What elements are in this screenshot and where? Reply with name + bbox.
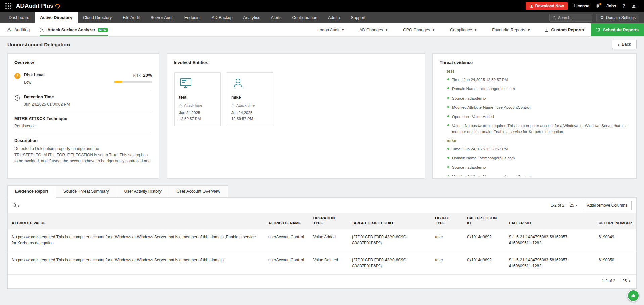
- nav-item-ad-backup[interactable]: AD Backup: [206, 12, 238, 23]
- involved-entities-panel: Involved Entities test ⚠ Attack time Jun…: [167, 53, 425, 179]
- computer-icon: [179, 77, 216, 91]
- page-header: Unconstrained Delegation ‹ Back: [0, 37, 644, 52]
- threat-fact: Domain Name : admanagerplus.com: [447, 86, 630, 92]
- notification-badge: [599, 3, 602, 5]
- schedule-reports-icon: [596, 28, 600, 32]
- attack-time-value: Jun 24,2025 12:59:57 PM: [179, 110, 208, 122]
- tab-auditing[interactable]: Auditing: [7, 23, 30, 36]
- download-icon: [530, 4, 533, 8]
- domain-settings-button[interactable]: ⚙ Domain Settings: [596, 14, 639, 22]
- assistant-chat-button[interactable]: [627, 290, 639, 302]
- menu-compliance[interactable]: Compliance ▼: [443, 23, 485, 36]
- user-icon: [231, 77, 268, 91]
- page-size-select[interactable]: 25 ▲: [622, 279, 631, 283]
- schedule-reports-button[interactable]: Schedule Reports: [591, 23, 644, 36]
- threat-group-name[interactable]: test: [442, 69, 630, 74]
- chevron-down-icon: ▼: [432, 28, 435, 32]
- tab-evidence-report[interactable]: Evidence Report: [7, 185, 56, 198]
- menu-favourite-reports[interactable]: Favourite Reports ▼: [485, 23, 538, 36]
- gear-icon: ⚙: [600, 15, 604, 20]
- nav-item-admin[interactable]: Admin: [323, 12, 345, 23]
- search-input[interactable]: [558, 16, 589, 20]
- chevron-down-icon: ▼: [527, 28, 531, 32]
- column-header-record-number[interactable]: RECORD NUMBER: [595, 213, 636, 229]
- back-button[interactable]: ‹ Back: [612, 40, 637, 49]
- pagination-range: 1-2 of 2: [551, 203, 564, 208]
- threat-group-mike: mike Time : Jun 24,2025 12:59:57 PM Doma…: [442, 138, 630, 176]
- nav-item-active-directory[interactable]: Active Directory: [35, 12, 78, 23]
- chevron-down-icon: ▼: [341, 28, 344, 32]
- nav-item-file-audit[interactable]: File Audit: [117, 12, 145, 23]
- page-size-select[interactable]: 25 ▾: [570, 203, 577, 208]
- risk-label: Risk: [133, 73, 140, 78]
- entity-name: mike: [231, 95, 268, 100]
- threat-fact: Value : No password is required,This is …: [447, 123, 630, 135]
- license-link[interactable]: License: [574, 4, 590, 8]
- custom-reports-button[interactable]: Custom Reports: [538, 23, 590, 36]
- nav-item-support[interactable]: Support: [345, 12, 371, 23]
- column-header-attribute-value[interactable]: ATTRIBUTE VALUE: [8, 213, 264, 229]
- notifications-bell-icon[interactable]: [595, 4, 600, 9]
- menu-logon-audit[interactable]: Logon Audit ▼: [310, 23, 352, 36]
- description-text: Detected a Delegation property change an…: [14, 146, 152, 164]
- tab-source-threat-summary[interactable]: Source Threat Summary: [56, 185, 117, 197]
- search-icon: [552, 16, 556, 20]
- nav-item-server-audit[interactable]: Server Audit: [145, 12, 179, 23]
- nav-item-dashboard[interactable]: Dashboard: [3, 12, 35, 23]
- risk-percent: 20%: [143, 73, 152, 78]
- cell-caller-logon-id: 0x1914a9892: [463, 252, 505, 274]
- threat-evidence-tree: test Time : Jun 24,2025 12:59:57 PM Doma…: [442, 69, 630, 176]
- attack-time-value: Jun 24,2025 12:59:57 PM: [231, 110, 260, 122]
- brand-logo[interactable]: ADAudit Plus: [16, 3, 60, 9]
- table-row[interactable]: No password is required,This is a comput…: [8, 252, 636, 274]
- user-menu[interactable]: ▾: [631, 4, 639, 9]
- tab-user-account-overview[interactable]: User Account Overview: [169, 185, 228, 197]
- risk-level-label: Risk Level: [24, 73, 45, 77]
- back-label: Back: [622, 42, 631, 47]
- menu-gpo-changes[interactable]: GPO Changes ▼: [396, 23, 443, 36]
- nav-item-endpoint[interactable]: Endpoint: [179, 12, 206, 23]
- column-header-operation-type[interactable]: OPERATION TYPE: [309, 213, 348, 229]
- brand-name: ADAudit Plus: [16, 3, 53, 9]
- column-header-target-object-guid[interactable]: TARGET OBJECT GUID: [348, 213, 431, 229]
- column-header-caller-logon-id[interactable]: CALLER LOGON ID: [463, 213, 505, 229]
- tab-user-activity-history[interactable]: User Activity History: [117, 185, 169, 197]
- tab-attack-surface-analyzer[interactable]: Attack Surface Analyzer NEW: [40, 23, 108, 36]
- entity-card-test[interactable]: test ⚠ Attack time Jun 24,2025 12:59:57 …: [174, 72, 221, 126]
- threat-fact: Modified Attribute Name : userAccountCon…: [447, 174, 630, 176]
- nav-item-alerts[interactable]: Alerts: [266, 12, 287, 23]
- add-remove-columns-button[interactable]: Add/Remove Columns: [583, 201, 632, 210]
- nav-item-cloud-directory[interactable]: Cloud Directory: [78, 12, 117, 23]
- table-row[interactable]: No password is required,This is a comput…: [8, 229, 636, 252]
- cell-object-type: user: [431, 252, 463, 274]
- evidence-report-card: ▾ 1-2 of 2 25 ▾ Add/Remove Columns ATTRI…: [7, 197, 637, 289]
- mitre-value: Persistence: [14, 124, 152, 128]
- download-now-button[interactable]: Download Now: [526, 2, 568, 10]
- nav-item-analytics[interactable]: Analytics: [238, 12, 266, 23]
- table-search-icon[interactable]: ▾: [12, 203, 19, 208]
- help-icon[interactable]: ?: [622, 3, 625, 9]
- cell-object-type: user: [431, 229, 463, 252]
- apps-grid-icon[interactable]: [5, 3, 11, 9]
- column-header-attribute-name[interactable]: ATTRIBUTE NAME: [264, 213, 309, 229]
- custom-reports-icon: [544, 28, 549, 32]
- chevron-down-icon: ▾: [637, 5, 639, 8]
- menu-ad-changes[interactable]: AD Changes ▼: [352, 23, 396, 36]
- column-header-object-type[interactable]: OBJECT TYPE: [431, 213, 463, 229]
- column-header-caller-sid[interactable]: CALLER SID: [505, 213, 594, 229]
- clock-icon: [14, 95, 24, 101]
- schedule-reports-label: Schedule Reports: [603, 28, 639, 32]
- cell-caller-sid: S-1-5-21-1484795863-58162057-4169609511-…: [505, 229, 594, 252]
- cell-operation-type: Value Deleted: [309, 252, 348, 274]
- nav-item-configuration[interactable]: Configuration: [287, 12, 323, 23]
- threat-group-name[interactable]: mike: [442, 138, 630, 143]
- table-header-row: ATTRIBUTE VALUE ATTRIBUTE NAME OPERATION…: [8, 213, 636, 229]
- entity-name: test: [179, 95, 216, 100]
- jobs-link[interactable]: Jobs: [606, 4, 616, 8]
- description-label: Description: [14, 138, 152, 143]
- entity-card-mike[interactable]: mike ⚠ Attack time Jun 24,2025 12:59:57 …: [227, 72, 273, 126]
- chevron-up-icon: ▲: [628, 279, 631, 283]
- attack-time-label: Attack time: [184, 103, 202, 107]
- global-search[interactable]: [549, 14, 592, 22]
- threat-fact: Domain Name : admanagerplus.com: [447, 155, 630, 161]
